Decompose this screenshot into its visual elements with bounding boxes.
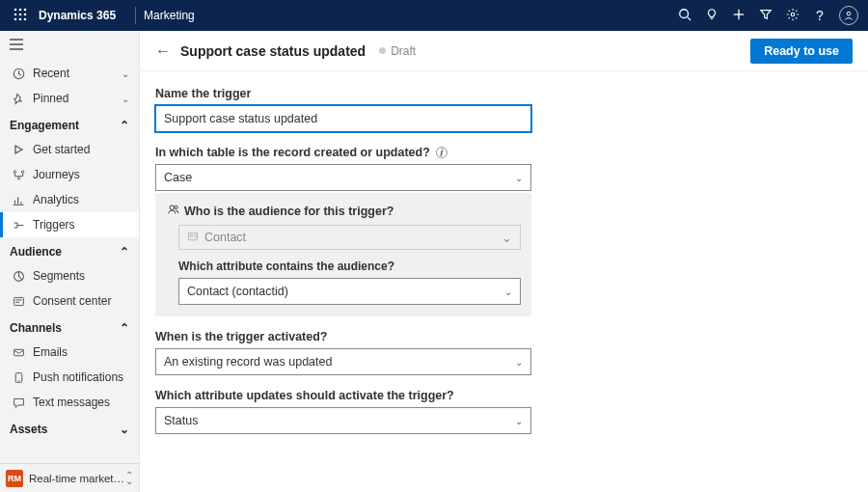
chevron-up-icon: ⌃: [120, 321, 129, 335]
svg-point-5: [24, 13, 27, 15]
status-badge: Draft: [379, 44, 416, 58]
section-engagement[interactable]: Engagement ⌃: [0, 111, 139, 137]
ready-to-use-button[interactable]: Ready to use: [750, 39, 853, 64]
svg-rect-31: [14, 297, 23, 305]
section-assets[interactable]: Assets ⌄: [0, 415, 139, 441]
chevron-up-icon: ⌃: [120, 119, 129, 132]
chevron-down-icon: ⌄: [504, 287, 512, 297]
chevron-down-icon: ⌄: [122, 94, 129, 104]
svg-point-15: [847, 12, 851, 15]
chevron-down-icon: ⌄: [502, 231, 512, 245]
svg-point-36: [175, 205, 177, 208]
gear-icon[interactable]: [779, 8, 806, 24]
when-select[interactable]: An existing record was updated ⌄: [155, 348, 531, 375]
nav-journeys[interactable]: Journeys: [0, 162, 139, 187]
name-label: Name the trigger: [155, 87, 665, 100]
chevron-down-icon: ⌄: [515, 173, 523, 183]
svg-point-2: [24, 8, 27, 11]
pin-icon: [10, 93, 27, 105]
left-nav: Recent ⌄ Pinned ⌄ Engagement ⌃ Get start…: [0, 31, 140, 492]
contact-icon: [187, 231, 199, 244]
svg-point-6: [14, 17, 17, 20]
user-avatar[interactable]: [839, 6, 858, 25]
svg-point-4: [19, 13, 22, 15]
svg-point-21: [21, 171, 23, 173]
svg-point-3: [14, 13, 17, 15]
chevron-up-icon: ⌃: [120, 245, 129, 259]
updown-icon: ⌃⌄: [125, 473, 133, 484]
svg-point-35: [170, 205, 174, 209]
section-channels[interactable]: Channels ⌃: [0, 314, 139, 340]
app-label: Marketing: [144, 9, 195, 22]
clock-icon: [10, 68, 27, 80]
nav-pinned[interactable]: Pinned ⌄: [0, 86, 139, 111]
trigger-form: Name the trigger Support case status upd…: [140, 71, 680, 450]
chevron-down-icon: ⌄: [515, 416, 523, 426]
svg-rect-32: [14, 349, 23, 356]
svg-point-38: [190, 234, 192, 236]
svg-point-1: [19, 8, 22, 11]
nav-triggers[interactable]: Triggers: [0, 212, 139, 237]
add-icon[interactable]: [725, 8, 752, 24]
info-icon[interactable]: i: [436, 147, 448, 158]
search-icon[interactable]: [671, 8, 698, 24]
svg-point-9: [680, 9, 689, 17]
table-label: In which table is the record created or …: [155, 146, 665, 159]
consent-icon: [10, 295, 27, 308]
update-attr-label: Which attribute updates should activate …: [155, 389, 665, 402]
nav-text[interactable]: Text messages: [0, 390, 139, 415]
email-icon: [10, 346, 27, 359]
svg-line-10: [688, 16, 692, 20]
audience-box: Who is the audience for this trigger? Co…: [155, 193, 531, 316]
chevron-down-icon: ⌄: [515, 357, 523, 368]
name-input[interactable]: Support case status updated: [155, 105, 531, 132]
brand-label: Dynamics 365: [39, 9, 116, 22]
global-header: Dynamics 365 Marketing ?: [0, 0, 868, 31]
svg-point-20: [14, 171, 15, 173]
nav-recent[interactable]: Recent ⌄: [0, 61, 139, 86]
journeys-icon: [10, 169, 27, 181]
page-title: Support case status updated: [180, 43, 366, 59]
analytics-icon: [10, 194, 27, 206]
main-content: ← Support case status updated Draft Read…: [140, 31, 868, 492]
audience-attr-label: Which attribute contains the audience?: [178, 260, 520, 273]
app-launcher-icon[interactable]: [10, 8, 31, 24]
help-icon[interactable]: ?: [806, 8, 833, 23]
filter-icon[interactable]: [752, 8, 779, 24]
area-switcher[interactable]: RM Real-time marketi… ⌃⌄: [0, 463, 139, 492]
nav-segments[interactable]: Segments: [0, 263, 139, 288]
audience-heading: Who is the audience for this trigger?: [167, 203, 520, 219]
triggers-icon: [10, 219, 27, 232]
area-label: Real-time marketi…: [29, 473, 125, 484]
nav-emails[interactable]: Emails: [0, 340, 139, 365]
update-attr-select[interactable]: Status ⌄: [155, 407, 531, 434]
divider: [135, 7, 136, 24]
nav-collapse-icon[interactable]: [0, 31, 139, 61]
svg-point-7: [19, 17, 22, 20]
audience-attr-select[interactable]: Contact (contactid) ⌄: [178, 278, 521, 305]
page-header: ← Support case status updated Draft Read…: [140, 31, 868, 71]
play-icon: [10, 144, 27, 155]
segments-icon: [10, 270, 27, 283]
chevron-down-icon: ⌄: [120, 423, 129, 436]
when-label: When is the trigger activated?: [155, 330, 665, 343]
audience-icon: [167, 203, 184, 219]
lightbulb-icon[interactable]: [698, 8, 725, 24]
nav-analytics[interactable]: Analytics: [0, 187, 139, 212]
message-icon: [10, 396, 27, 409]
status-dot-icon: [379, 47, 386, 54]
chevron-down-icon: ⌄: [122, 68, 129, 79]
svg-point-0: [14, 8, 17, 11]
audience-type-select: Contact ⌄: [178, 225, 521, 250]
svg-point-8: [24, 17, 27, 20]
svg-point-14: [791, 13, 795, 16]
push-icon: [10, 371, 27, 384]
back-button[interactable]: ←: [155, 42, 171, 60]
section-audience[interactable]: Audience ⌃: [0, 237, 139, 263]
table-select[interactable]: Case ⌄: [155, 164, 531, 191]
nav-consent[interactable]: Consent center: [0, 288, 139, 314]
svg-rect-37: [189, 232, 198, 240]
area-badge: RM: [6, 470, 23, 487]
nav-push[interactable]: Push notifications: [0, 365, 139, 390]
nav-get-started[interactable]: Get started: [0, 137, 139, 162]
